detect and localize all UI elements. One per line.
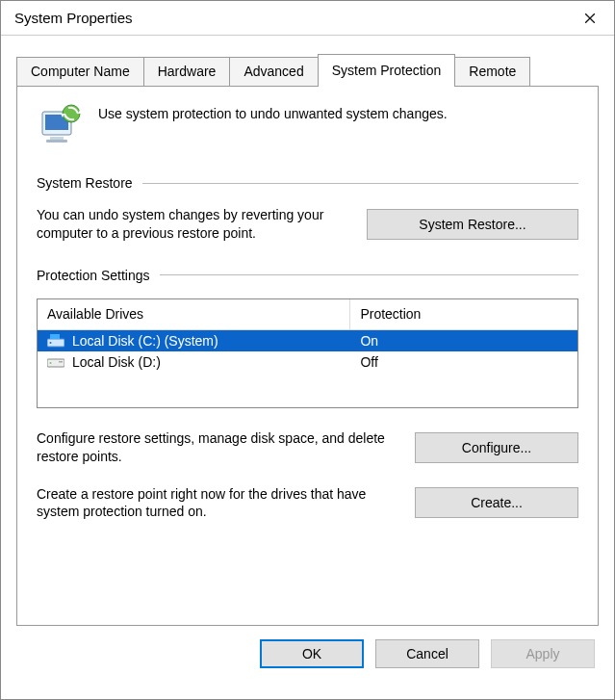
svg-rect-2 (50, 137, 64, 140)
table-row[interactable]: Local Disk (D:) Off (38, 351, 577, 373)
dialog-button-bar: OK Cancel Apply (1, 626, 614, 682)
apply-button[interactable]: Apply (491, 639, 595, 668)
svg-rect-7 (50, 334, 60, 339)
close-button[interactable] (566, 1, 614, 36)
intro-text: Use system protection to undo unwanted s… (98, 104, 448, 121)
cancel-button[interactable]: Cancel (375, 639, 479, 668)
create-button[interactable]: Create... (415, 487, 578, 518)
svg-point-9 (50, 362, 52, 364)
configure-desc: Configure restore settings, manage disk … (37, 429, 386, 466)
tab-advanced[interactable]: Advanced (229, 57, 318, 86)
table-body: Local Disk (C:) (System) On (38, 330, 577, 407)
tab-computer-name[interactable]: Computer Name (16, 57, 144, 86)
intro-block: Use system protection to undo unwanted s… (37, 104, 578, 148)
group-title-system-restore: System Restore (37, 175, 133, 191)
group-title-protection-settings: Protection Settings (37, 268, 150, 283)
drive-name: Local Disk (C:) (System) (72, 333, 218, 349)
drive-icon (47, 355, 64, 369)
system-protection-icon (37, 104, 85, 148)
table-row[interactable]: Local Disk (C:) (System) On (38, 330, 577, 351)
tab-system-protection[interactable]: System Protection (318, 54, 456, 87)
column-header-protection[interactable]: Protection (350, 299, 577, 330)
svg-point-6 (50, 342, 52, 344)
close-icon (584, 13, 596, 24)
group-system-restore: System Restore You can undo system chang… (37, 175, 578, 243)
create-desc: Create a restore point right now for the… (37, 485, 386, 522)
system-restore-button[interactable]: System Restore... (367, 209, 578, 240)
configure-button[interactable]: Configure... (415, 432, 578, 463)
titlebar: System Properties (1, 1, 614, 36)
system-restore-desc: You can undo system changes by reverting… (37, 206, 344, 243)
drive-protection-status: Off (360, 354, 377, 370)
divider (160, 274, 578, 275)
tab-remote[interactable]: Remote (454, 57, 530, 86)
drive-protection-status: On (360, 333, 378, 349)
window-title: System Properties (14, 10, 133, 26)
group-protection-settings: Protection Settings Available Drives Pro… (37, 268, 578, 522)
ok-button[interactable]: OK (260, 639, 364, 668)
tab-bar: Computer Name Hardware Advanced System P… (16, 53, 599, 87)
table-header: Available Drives Protection (38, 299, 577, 330)
tab-panel-system-protection: Use system protection to undo unwanted s… (16, 87, 599, 626)
drive-table: Available Drives Protection Local Disk (… (37, 298, 578, 408)
column-header-drives[interactable]: Available Drives (38, 299, 350, 330)
drive-name: Local Disk (D:) (72, 354, 161, 370)
divider (142, 183, 578, 184)
drive-system-icon (47, 334, 64, 348)
svg-rect-10 (59, 361, 63, 363)
svg-rect-3 (46, 140, 67, 143)
tab-hardware[interactable]: Hardware (143, 57, 231, 86)
